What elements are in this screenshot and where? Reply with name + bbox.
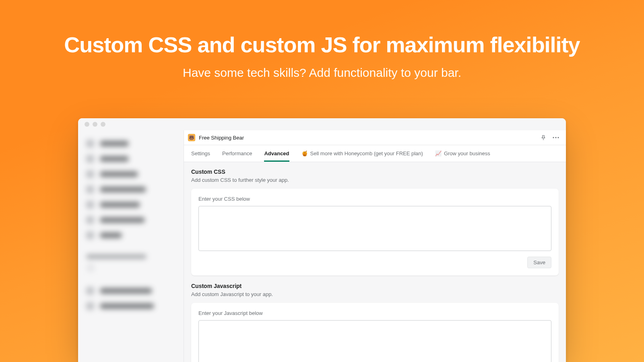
custom-js-subtitle: Add custom Javascript to your app. [191,291,559,297]
tabs: Settings Performance Advanced 🍯Sell more… [184,145,566,162]
tab-label: Sell more with Honeycomb (get your FREE … [310,150,423,156]
traffic-light-min[interactable] [93,122,97,127]
admin-sidebar-blurred [78,130,184,362]
css-field-label: Enter your CSS below [198,196,551,202]
window-chrome [78,118,566,130]
app-window: 🐻 Free Shipping Bear Settings Performanc… [78,118,566,362]
custom-js-title: Custom Javascript [191,283,559,289]
traffic-light-close[interactable] [85,122,89,127]
tab-label: Grow your business [444,150,490,156]
tab-advanced[interactable]: Advanced [264,145,289,161]
tab-performance[interactable]: Performance [222,145,252,161]
tab-settings[interactable]: Settings [191,145,210,161]
custom-css-subtitle: Add custom CSS to further style your app… [191,177,559,183]
app-icon: 🐻 [188,134,195,141]
js-field-label: Enter your Javascript below [198,310,551,316]
tab-label: Performance [222,150,252,156]
svg-point-2 [557,137,559,138]
more-icon[interactable] [551,133,560,142]
app-title: Free Shipping Bear [199,135,244,141]
hero-subtitle: Have some tech skills? Add functionality… [183,66,461,80]
tab-label: Settings [191,150,210,156]
tab-honeycomb[interactable]: 🍯Sell more with Honeycomb (get your FREE… [301,145,423,161]
tab-grow[interactable]: 📈Grow your business [435,145,490,161]
honeycomb-icon: 🍯 [301,150,308,156]
chart-up-icon: 📈 [435,150,442,156]
save-button[interactable]: Save [527,257,551,268]
traffic-light-max[interactable] [101,122,105,127]
custom-css-card: Enter your CSS below Save [191,189,559,276]
css-input[interactable] [198,206,551,251]
js-input[interactable] [198,320,551,362]
pin-icon[interactable] [539,133,548,142]
svg-point-1 [555,137,556,138]
tab-label: Advanced [264,150,289,156]
app-header: 🐻 Free Shipping Bear [184,130,566,145]
hero-title: Custom CSS and custom JS for maximum fle… [64,32,580,57]
custom-js-card: Enter your Javascript below [191,303,559,362]
main-panel: 🐻 Free Shipping Bear Settings Performanc… [184,130,566,362]
svg-point-0 [553,137,554,138]
content-area: Custom CSS Add custom CSS to further sty… [184,162,566,362]
custom-css-title: Custom CSS [191,169,559,175]
